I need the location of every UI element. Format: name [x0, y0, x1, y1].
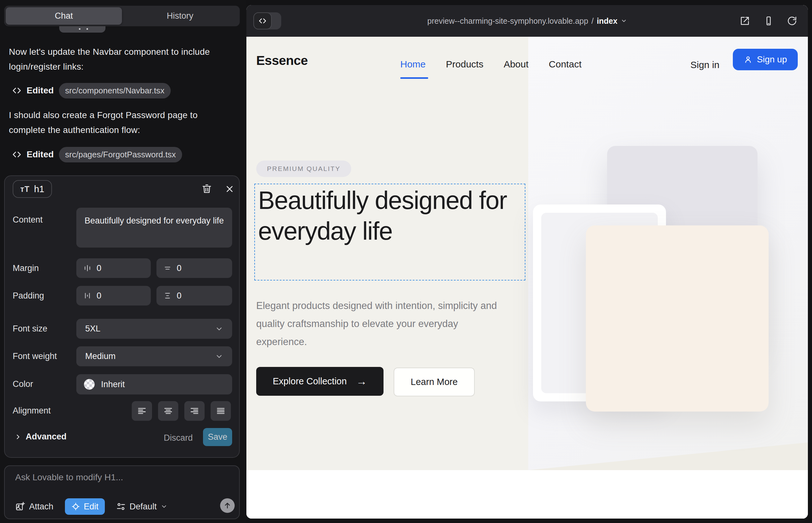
edited-file-row[interactable]: Edited src/pages/ForgotPassword.tsx	[12, 146, 182, 163]
selected-element-pill[interactable]: тT h1	[13, 180, 52, 198]
chat-message: Now let's update the Navbar component to…	[9, 44, 234, 74]
font-size-label: Font size	[13, 324, 48, 334]
send-button[interactable]	[220, 498, 235, 513]
align-justify-button[interactable]	[211, 401, 231, 421]
explore-collection-button[interactable]: Explore Collection →	[256, 367, 384, 396]
save-button[interactable]: Save	[203, 428, 232, 446]
align-right-button[interactable]	[184, 401, 205, 421]
padding-vertical-icon	[163, 292, 172, 300]
chevron-right-icon	[14, 433, 22, 441]
open-in-new-tab-button[interactable]	[740, 16, 750, 26]
arrow-up-icon	[223, 502, 231, 510]
url-bar[interactable]: preview--charming-site-symphony.lovable.…	[246, 16, 808, 26]
learn-more-button[interactable]: Learn More	[394, 367, 475, 396]
margin-vertical-icon	[163, 264, 172, 272]
attach-button[interactable]: Attach	[15, 502, 54, 511]
align-left-icon	[137, 406, 147, 416]
premium-quality-badge: PREMIUM QUALITY	[256, 161, 351, 177]
tab-chat[interactable]: Chat	[6, 7, 122, 25]
sign-up-button[interactable]: Sign up	[733, 49, 798, 70]
edited-file-chip[interactable]: src/components/Navbar.tsx	[59, 83, 171, 98]
site-preview: Essence Home Products About Contact Sign…	[246, 37, 808, 519]
user-icon	[744, 55, 753, 64]
nav-link-home[interactable]: Home	[400, 59, 426, 70]
font-weight-select[interactable]: Medium	[76, 346, 232, 366]
chevron-down-icon	[621, 18, 627, 24]
hero-paragraph: Elegant products designed with intention…	[256, 296, 510, 351]
url-path: index	[597, 16, 617, 26]
color-label: Color	[13, 379, 33, 389]
nav-active-underline	[400, 77, 428, 79]
content-input[interactable]: Beautifully designed for everyday life	[76, 208, 232, 248]
site-nav: Home Products About Contact	[400, 59, 581, 70]
color-swatch-transparent	[84, 379, 95, 390]
margin-x-input[interactable]: 0	[76, 258, 151, 278]
padding-y-input[interactable]: 0	[156, 286, 232, 306]
code-icon	[12, 150, 21, 159]
advanced-toggle[interactable]: Advanced	[14, 432, 67, 441]
align-left-button[interactable]	[132, 401, 152, 421]
scrolled-chip-peek	[59, 26, 105, 33]
margin-y-input[interactable]: 0	[156, 258, 232, 278]
margin-horizontal-icon	[83, 264, 91, 272]
edited-file-chip[interactable]: src/pages/ForgotPassword.tsx	[59, 147, 182, 162]
composer-placeholder[interactable]: Ask Lovable to modify H1...	[15, 472, 123, 483]
alignment-label: Alignment	[13, 406, 51, 416]
align-center-button[interactable]	[158, 401, 178, 421]
element-editor-panel: тT h1 Content Beautifully designed for e…	[4, 175, 240, 458]
refresh-button[interactable]	[787, 16, 797, 26]
delete-element-button[interactable]	[201, 183, 212, 194]
chevron-down-icon	[215, 353, 223, 361]
edit-mode-button[interactable]: Edit	[65, 498, 105, 515]
mobile-view-button[interactable]	[763, 16, 774, 26]
attach-image-icon	[15, 502, 25, 511]
padding-horizontal-icon	[83, 292, 91, 300]
close-editor-button[interactable]	[225, 184, 235, 194]
browser-toolbar: preview--charming-site-symphony.lovable.…	[246, 5, 808, 37]
font-size-select[interactable]: 5XL	[76, 319, 232, 339]
element-tag-label: h1	[34, 184, 44, 194]
h1-selection-outline[interactable]: Beautifully designed for everyday life	[254, 184, 525, 281]
code-icon	[12, 86, 21, 95]
site-logo[interactable]: Essence	[256, 53, 308, 68]
chat-sidebar: Chat History Now let's update the Navbar…	[0, 0, 246, 523]
crosshair-icon	[71, 502, 80, 511]
align-right-icon	[189, 406, 199, 416]
typography-icon: тT	[20, 184, 30, 194]
chevron-down-icon	[161, 503, 167, 510]
chat-history-tabbar: Chat History	[4, 6, 240, 26]
code-icon	[253, 12, 272, 30]
padding-x-input[interactable]: 0	[76, 286, 151, 306]
discard-button[interactable]: Discard	[164, 433, 193, 443]
arrow-right-icon: →	[356, 375, 367, 387]
align-center-icon	[163, 406, 173, 416]
hero-image-card-front	[586, 226, 769, 412]
hero-heading[interactable]: Beautifully designed for everyday life	[258, 185, 521, 246]
edited-file-row[interactable]: Edited src/components/Navbar.tsx	[12, 82, 171, 100]
edited-label: Edited	[27, 149, 54, 160]
tab-history[interactable]: History	[122, 7, 238, 25]
margin-label: Margin	[13, 264, 39, 273]
content-label: Content	[13, 215, 43, 225]
chevron-down-icon	[215, 325, 223, 333]
url-domain: preview--charming-site-symphony.lovable.…	[427, 16, 588, 26]
code-view-toggle[interactable]	[253, 12, 281, 30]
padding-label: Padding	[13, 291, 44, 301]
default-mode-dropdown[interactable]: Default	[116, 502, 167, 511]
chat-composer[interactable]: Ask Lovable to modify H1... Attach Edit …	[4, 465, 240, 519]
preview-browser: preview--charming-site-symphony.lovable.…	[246, 5, 808, 519]
align-justify-icon	[216, 406, 226, 416]
sign-in-link[interactable]: Sign in	[690, 59, 720, 70]
nav-link-contact[interactable]: Contact	[549, 59, 581, 70]
font-weight-label: Font weight	[13, 351, 57, 361]
chat-message: I should also create a Forgot Password p…	[9, 108, 234, 138]
nav-link-about[interactable]: About	[504, 59, 528, 70]
edited-label: Edited	[27, 86, 54, 96]
sliders-icon	[116, 502, 126, 511]
color-picker-field[interactable]: Inherit	[76, 374, 232, 395]
nav-link-products[interactable]: Products	[446, 59, 483, 70]
